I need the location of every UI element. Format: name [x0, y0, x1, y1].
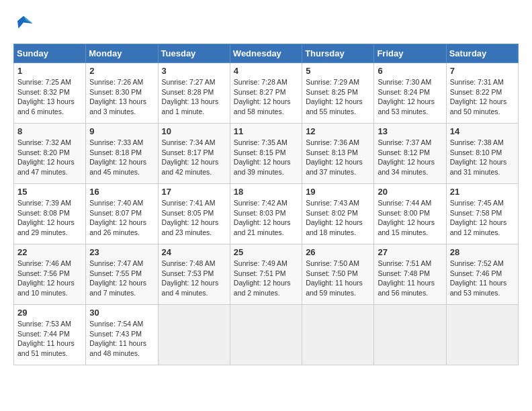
day-number: 22 — [17, 247, 82, 257]
day-number: 9 — [89, 126, 154, 136]
day-details: Sunrise: 7:31 AMSunset: 8:22 PMDaylight:… — [450, 77, 515, 117]
day-details: Sunrise: 7:49 AMSunset: 7:51 PMDaylight:… — [234, 259, 298, 298]
day-number: 27 — [378, 247, 442, 257]
calendar-cell: 15Sunrise: 7:39 AMSunset: 8:08 PMDayligh… — [14, 184, 86, 244]
day-number: 5 — [306, 66, 370, 76]
day-number: 1 — [17, 66, 82, 76]
day-number: 25 — [234, 247, 298, 257]
day-number: 17 — [162, 187, 226, 197]
day-details: Sunrise: 7:41 AMSunset: 8:05 PMDaylight:… — [162, 198, 226, 238]
day-number: 26 — [306, 247, 370, 257]
day-details: Sunrise: 7:29 AMSunset: 8:25 PMDaylight:… — [306, 77, 370, 117]
calendar-cell — [158, 305, 230, 365]
calendar-cell — [446, 305, 518, 365]
calendar-cell: 7Sunrise: 7:31 AMSunset: 8:22 PMDaylight… — [446, 63, 518, 124]
calendar-cell: 25Sunrise: 7:49 AMSunset: 7:51 PMDayligh… — [230, 244, 302, 305]
header-tuesday: Tuesday — [158, 44, 230, 63]
day-number: 7 — [450, 66, 515, 76]
calendar-cell: 3Sunrise: 7:27 AMSunset: 8:28 PMDaylight… — [158, 63, 230, 124]
day-details: Sunrise: 7:34 AMSunset: 8:17 PMDaylight:… — [162, 138, 226, 177]
day-number: 28 — [450, 247, 515, 257]
day-number: 3 — [162, 66, 226, 76]
calendar-cell — [230, 305, 302, 365]
day-details: Sunrise: 7:28 AMSunset: 8:27 PMDaylight:… — [234, 77, 298, 117]
day-number: 24 — [162, 247, 226, 257]
header-sunday: Sunday — [14, 44, 86, 63]
week-row-5: 29Sunrise: 7:53 AMSunset: 7:44 PMDayligh… — [14, 305, 519, 365]
day-details: Sunrise: 7:38 AMSunset: 8:10 PMDaylight:… — [450, 138, 515, 177]
day-number: 8 — [17, 126, 82, 136]
day-number: 14 — [450, 126, 515, 136]
calendar-cell: 21Sunrise: 7:45 AMSunset: 7:58 PMDayligh… — [446, 184, 518, 244]
calendar-cell: 5Sunrise: 7:29 AMSunset: 8:25 PMDaylight… — [302, 63, 374, 124]
calendar-cell: 28Sunrise: 7:52 AMSunset: 7:46 PMDayligh… — [446, 244, 518, 305]
page-header — [13, 13, 519, 34]
day-details: Sunrise: 7:30 AMSunset: 8:24 PMDaylight:… — [378, 77, 442, 117]
calendar-cell — [374, 305, 446, 365]
calendar-cell: 8Sunrise: 7:32 AMSunset: 8:20 PMDaylight… — [14, 124, 86, 184]
calendar-cell: 20Sunrise: 7:44 AMSunset: 8:00 PMDayligh… — [374, 184, 446, 244]
week-row-4: 22Sunrise: 7:46 AMSunset: 7:56 PMDayligh… — [14, 244, 519, 305]
day-details: Sunrise: 7:51 AMSunset: 7:48 PMDaylight:… — [378, 259, 442, 298]
calendar-cell: 19Sunrise: 7:43 AMSunset: 8:02 PMDayligh… — [302, 184, 374, 244]
calendar-table: SundayMondayTuesdayWednesdayThursdayFrid… — [13, 44, 519, 365]
day-details: Sunrise: 7:25 AMSunset: 8:32 PMDaylight:… — [17, 77, 82, 117]
day-number: 11 — [234, 126, 298, 136]
day-details: Sunrise: 7:43 AMSunset: 8:02 PMDaylight:… — [306, 198, 370, 238]
day-number: 2 — [89, 66, 154, 76]
week-row-3: 15Sunrise: 7:39 AMSunset: 8:08 PMDayligh… — [14, 184, 519, 244]
header-wednesday: Wednesday — [230, 44, 302, 63]
calendar-cell: 16Sunrise: 7:40 AMSunset: 8:07 PMDayligh… — [86, 184, 158, 244]
calendar-cell: 22Sunrise: 7:46 AMSunset: 7:56 PMDayligh… — [14, 244, 86, 305]
day-number: 19 — [306, 187, 370, 197]
header-thursday: Thursday — [302, 44, 374, 63]
day-details: Sunrise: 7:48 AMSunset: 7:53 PMDaylight:… — [162, 259, 226, 298]
calendar-cell: 13Sunrise: 7:37 AMSunset: 8:12 PMDayligh… — [374, 124, 446, 184]
header-saturday: Saturday — [446, 44, 518, 63]
calendar-cell: 11Sunrise: 7:35 AMSunset: 8:15 PMDayligh… — [230, 124, 302, 184]
calendar-cell: 10Sunrise: 7:34 AMSunset: 8:17 PMDayligh… — [158, 124, 230, 184]
logo-bird-icon — [13, 13, 34, 34]
calendar-cell: 1Sunrise: 7:25 AMSunset: 8:32 PMDaylight… — [14, 63, 86, 124]
calendar-cell: 9Sunrise: 7:33 AMSunset: 8:18 PMDaylight… — [86, 124, 158, 184]
calendar-cell: 27Sunrise: 7:51 AMSunset: 7:48 PMDayligh… — [374, 244, 446, 305]
day-number: 16 — [89, 187, 154, 197]
day-details: Sunrise: 7:39 AMSunset: 8:08 PMDaylight:… — [17, 198, 82, 238]
calendar-cell: 18Sunrise: 7:42 AMSunset: 8:03 PMDayligh… — [230, 184, 302, 244]
day-details: Sunrise: 7:45 AMSunset: 7:58 PMDaylight:… — [450, 198, 515, 238]
day-details: Sunrise: 7:46 AMSunset: 7:56 PMDaylight:… — [17, 259, 82, 298]
calendar-cell: 29Sunrise: 7:53 AMSunset: 7:44 PMDayligh… — [14, 305, 86, 365]
day-details: Sunrise: 7:33 AMSunset: 8:18 PMDaylight:… — [89, 138, 154, 177]
calendar-cell: 12Sunrise: 7:36 AMSunset: 8:13 PMDayligh… — [302, 124, 374, 184]
header-friday: Friday — [374, 44, 446, 63]
day-details: Sunrise: 7:47 AMSunset: 7:55 PMDaylight:… — [89, 259, 154, 298]
calendar-cell: 26Sunrise: 7:50 AMSunset: 7:50 PMDayligh… — [302, 244, 374, 305]
day-details: Sunrise: 7:44 AMSunset: 8:00 PMDaylight:… — [378, 198, 442, 238]
day-details: Sunrise: 7:50 AMSunset: 7:50 PMDaylight:… — [306, 259, 370, 298]
day-number: 30 — [89, 308, 154, 318]
day-details: Sunrise: 7:36 AMSunset: 8:13 PMDaylight:… — [306, 138, 370, 177]
day-details: Sunrise: 7:32 AMSunset: 8:20 PMDaylight:… — [17, 138, 82, 177]
logo — [13, 13, 36, 34]
day-details: Sunrise: 7:37 AMSunset: 8:12 PMDaylight:… — [378, 138, 442, 177]
calendar-cell — [302, 305, 374, 365]
week-row-2: 8Sunrise: 7:32 AMSunset: 8:20 PMDaylight… — [14, 124, 519, 184]
calendar-cell: 23Sunrise: 7:47 AMSunset: 7:55 PMDayligh… — [86, 244, 158, 305]
day-number: 15 — [17, 187, 82, 197]
day-number: 21 — [450, 187, 515, 197]
day-details: Sunrise: 7:27 AMSunset: 8:28 PMDaylight:… — [162, 77, 226, 117]
day-details: Sunrise: 7:35 AMSunset: 8:15 PMDaylight:… — [234, 138, 298, 177]
calendar-cell: 30Sunrise: 7:54 AMSunset: 7:43 PMDayligh… — [86, 305, 158, 365]
day-number: 12 — [306, 126, 370, 136]
week-row-1: 1Sunrise: 7:25 AMSunset: 8:32 PMDaylight… — [14, 63, 519, 124]
day-details: Sunrise: 7:52 AMSunset: 7:46 PMDaylight:… — [450, 259, 515, 298]
day-number: 29 — [17, 308, 82, 318]
day-details: Sunrise: 7:26 AMSunset: 8:30 PMDaylight:… — [89, 77, 154, 117]
calendar-cell: 4Sunrise: 7:28 AMSunset: 8:27 PMDaylight… — [230, 63, 302, 124]
day-number: 4 — [234, 66, 298, 76]
day-number: 23 — [89, 247, 154, 257]
day-number: 18 — [234, 187, 298, 197]
calendar-cell: 14Sunrise: 7:38 AMSunset: 8:10 PMDayligh… — [446, 124, 518, 184]
day-details: Sunrise: 7:40 AMSunset: 8:07 PMDaylight:… — [89, 198, 154, 238]
calendar-cell: 2Sunrise: 7:26 AMSunset: 8:30 PMDaylight… — [86, 63, 158, 124]
